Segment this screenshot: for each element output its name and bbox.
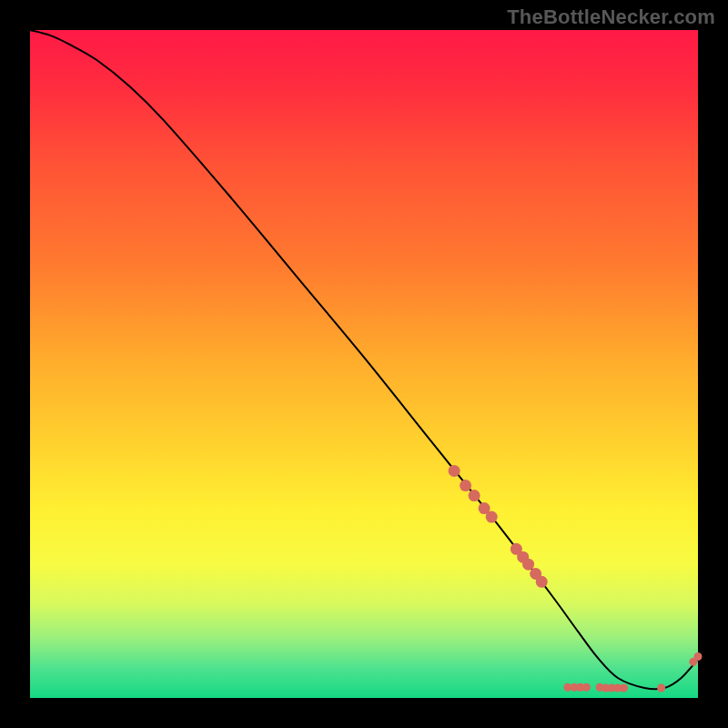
- data-point: [460, 480, 471, 491]
- data-point: [522, 559, 534, 571]
- data-point: [694, 652, 703, 661]
- data-point: [620, 683, 628, 692]
- data-point: [469, 490, 480, 501]
- bottleneck-chart: [0, 0, 728, 728]
- watermark-text: TheBottleNecker.com: [507, 5, 715, 29]
- data-point: [657, 683, 665, 692]
- data-point: [449, 465, 460, 477]
- data-point: [486, 511, 498, 523]
- data-point: [582, 683, 591, 692]
- plot-background: [30, 30, 698, 698]
- chart-stage: TheBottleNecker.com: [0, 0, 728, 728]
- data-point: [536, 576, 548, 588]
